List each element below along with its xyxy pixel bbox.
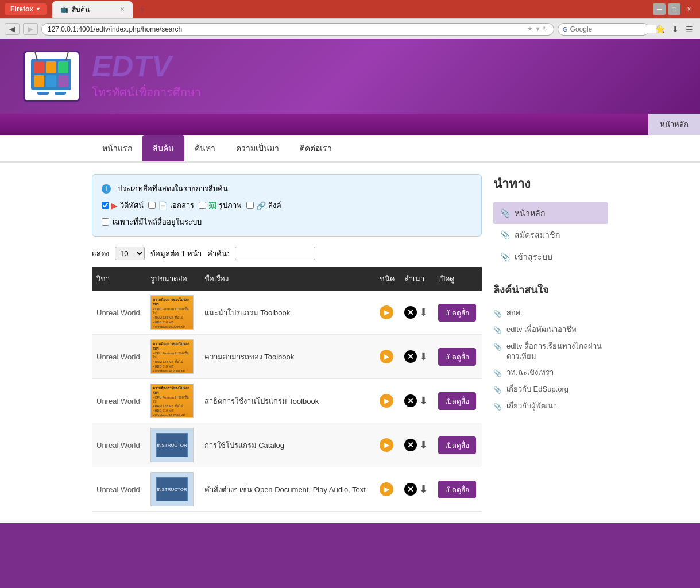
thumbnail-blue: INSTRUCTOR xyxy=(151,473,193,506)
nav-link-icon: 📎 xyxy=(500,230,510,239)
type-video-icon: ▶ xyxy=(380,482,393,496)
download-button[interactable]: ⬇ xyxy=(419,483,428,496)
site-header: EDTV โทรทัศน์เพื่อการศึกษา xyxy=(0,39,700,114)
tab-icon: 📺 xyxy=(60,6,68,13)
download-button[interactable]: ⬇ xyxy=(419,394,428,407)
sidebar-link-5[interactable]: 📎 เกี่ยวกับ EdSup.org xyxy=(493,381,608,398)
download-button[interactable]: ⬇ xyxy=(419,350,428,363)
type-cell: ▶ xyxy=(375,379,400,423)
thumbnail-wrapper: ความต้องการของโปรแกรมฯ • CPU Pentium III… xyxy=(150,295,194,330)
thumb-text-line3: • RAM 128 MB ขึ้นไป xyxy=(153,316,183,320)
browser-chrome: Firefox ▼ 📺 สืบค้น × + ─ □ × ◀ ▶ 127.0.0… xyxy=(0,0,700,39)
back-button[interactable]: ◀ xyxy=(5,23,20,35)
title-cell: ความสามารถของ Toolbook xyxy=(200,335,375,379)
sidebar-item-home-label: หน้าหลัก xyxy=(515,207,545,219)
tv-cell-5 xyxy=(46,75,56,87)
filter-image-label[interactable]: 🖼 รูปภาพ xyxy=(199,199,242,211)
link-paperclip-icon: 📎 xyxy=(493,342,502,352)
copy-x-button[interactable]: ✕ xyxy=(404,306,417,319)
title-cell: แนะนำโปรแกรม Toolbook xyxy=(200,291,375,335)
open-media-button[interactable]: เปิดดูสื่อ xyxy=(438,392,476,410)
maximize-button[interactable]: □ xyxy=(668,3,680,15)
sidebar-item-home[interactable]: 📎 หน้าหลัก xyxy=(493,202,608,224)
filter-video-label[interactable]: ▶ วิดีทัศน์ xyxy=(102,199,144,211)
search-input[interactable] xyxy=(235,247,315,260)
filter-video-checkbox[interactable] xyxy=(102,202,109,209)
filter-image-text: รูปภาพ xyxy=(219,199,242,211)
new-tab-button[interactable]: + xyxy=(135,3,149,16)
subject-cell: Unreal World xyxy=(92,335,146,379)
copy-x-button[interactable]: ✕ xyxy=(404,394,417,407)
sidebar-link-6[interactable]: 📎 เกี่ยวกับผู้พัฒนา xyxy=(493,398,608,415)
tab-close-button[interactable]: × xyxy=(120,5,125,14)
filter-link-label[interactable]: 🔗 ลิงค์ xyxy=(246,199,281,211)
download-button[interactable]: ⬇ xyxy=(419,306,428,319)
nav-item-find[interactable]: ค้นหา xyxy=(184,135,226,161)
address-bar[interactable]: 127.0.0.1:4001/edtv/index.php/home/searc… xyxy=(41,23,554,36)
sidebar-item-login[interactable]: 📎 เข้าสู่ระบบ xyxy=(493,246,608,268)
filter-image-checkbox[interactable] xyxy=(199,202,206,209)
bookmark-icon[interactable]: ⭐ xyxy=(653,24,667,35)
table-controls: แสดง 10 5 25 50 100 ข้อมูลต่อ 1 หน้า คำค… xyxy=(92,247,482,260)
copy-x-button[interactable]: ✕ xyxy=(404,350,417,363)
firefox-button[interactable]: Firefox ▼ xyxy=(5,3,47,15)
sidebar-link-2[interactable]: 📎 edltv เพื่อพัฒนาอาชีพ xyxy=(493,322,608,338)
filter-doc-label[interactable]: 📄 เอกสาร xyxy=(148,199,194,211)
col-thumbnail: รูปขนาดย่อ xyxy=(146,267,199,291)
sidebar-item-login-label: เข้าสู่ระบบ xyxy=(515,250,552,263)
copy-x-button[interactable]: ✕ xyxy=(404,483,417,496)
table-row: Unreal World ความต้องการของโปรแกรมฯ • CP… xyxy=(92,335,482,379)
link-paperclip-icon: 📎 xyxy=(493,309,502,319)
open-media-button[interactable]: เปิดดูสื่อ xyxy=(438,348,476,366)
per-page-select[interactable]: 10 5 25 50 100 xyxy=(115,247,145,260)
tv-base xyxy=(31,92,72,95)
close-button[interactable]: × xyxy=(683,3,695,15)
open-media-button[interactable]: เปิดดูสื่อ xyxy=(438,481,476,498)
toolbar-icons: ⭐ ⬇ ☰ xyxy=(653,24,695,35)
copy-x-button[interactable]: ✕ xyxy=(404,439,417,451)
thumbnail-wrapper: INSTRUCTOR xyxy=(150,472,194,506)
download-icon[interactable]: ⬇ xyxy=(670,24,681,35)
filter-only-checkbox[interactable] xyxy=(102,218,109,226)
open-media-button[interactable]: เปิดดูสื่อ xyxy=(438,436,476,454)
nav-item-about[interactable]: ความเป็นมา xyxy=(226,135,289,161)
browser-search-bar[interactable]: G 🔍 xyxy=(558,23,649,36)
filter-link-checkbox[interactable] xyxy=(246,202,254,209)
table-row: Unreal World INSTRUCTOR การใช้โปรแกรม Ca xyxy=(92,423,482,467)
open-cell: เปิดดูสื่อ xyxy=(434,335,482,379)
google-icon: G xyxy=(563,26,568,33)
menu-icon[interactable]: ☰ xyxy=(683,24,695,35)
window-controls: ─ □ × xyxy=(653,3,695,15)
nav-item-contact[interactable]: ติดต่อเรา xyxy=(289,135,342,161)
tv-cell-6 xyxy=(58,75,68,87)
open-media-button[interactable]: เปิดดูสื่อ xyxy=(438,304,476,322)
copy-cell: ✕ ⬇ xyxy=(400,291,434,335)
sidebar-item-register[interactable]: 📎 สมัครสมาชิก xyxy=(493,224,608,246)
browser-search-input[interactable] xyxy=(570,25,656,33)
nav-item-search[interactable]: สืบค้น xyxy=(142,135,184,161)
page-wrapper: EDTV โทรทัศน์เพื่อการศึกษา หน้าหลัก หน้า… xyxy=(0,39,700,523)
top-home-button[interactable]: หน้าหลัก xyxy=(648,114,700,135)
filter-title: ประเภทสื่อที่แสดงในรายการสืบค้น xyxy=(118,183,228,195)
thumb-text-line1: ความต้องการของโปรแกรมฯ xyxy=(153,297,191,307)
thumb-text-line2: • CPU Pentium III 500 ขึ้นไป xyxy=(153,307,191,316)
thumbnail-wrapper: ความต้องการของโปรแกรมฯ • CPU Pentium III… xyxy=(150,384,194,418)
col-type: ชนิด xyxy=(375,267,400,291)
minimize-button[interactable]: ─ xyxy=(653,3,666,15)
info-icon: i xyxy=(102,184,111,194)
filter-doc-checkbox[interactable] xyxy=(148,202,156,209)
download-button[interactable]: ⬇ xyxy=(419,439,428,451)
browser-tab[interactable]: 📺 สืบค้น × xyxy=(52,1,133,18)
link-icon: 🔗 xyxy=(256,201,266,210)
tv-cell-1 xyxy=(34,61,44,74)
sidebar-link-4[interactable]: 📎 วท.ฉะเชิงเทรา xyxy=(493,365,608,381)
thumb-text-line5: • Windows 98,2000,XP xyxy=(153,325,185,330)
video-icon: ▶ xyxy=(111,201,118,210)
sidebar-link-3[interactable]: 📎 edltv สื่อการเรียนทางไกลผ่านดาวเทียม xyxy=(493,338,608,365)
copy-cell: ✕ ⬇ xyxy=(400,379,434,423)
nav-item-home[interactable]: หน้าแรก xyxy=(92,135,142,161)
forward-button[interactable]: ▶ xyxy=(23,23,38,35)
image-icon: 🖼 xyxy=(208,201,216,210)
sidebar-link-1[interactable]: 📎 สอศ. xyxy=(493,305,608,322)
col-subject: วิชา xyxy=(92,267,146,291)
